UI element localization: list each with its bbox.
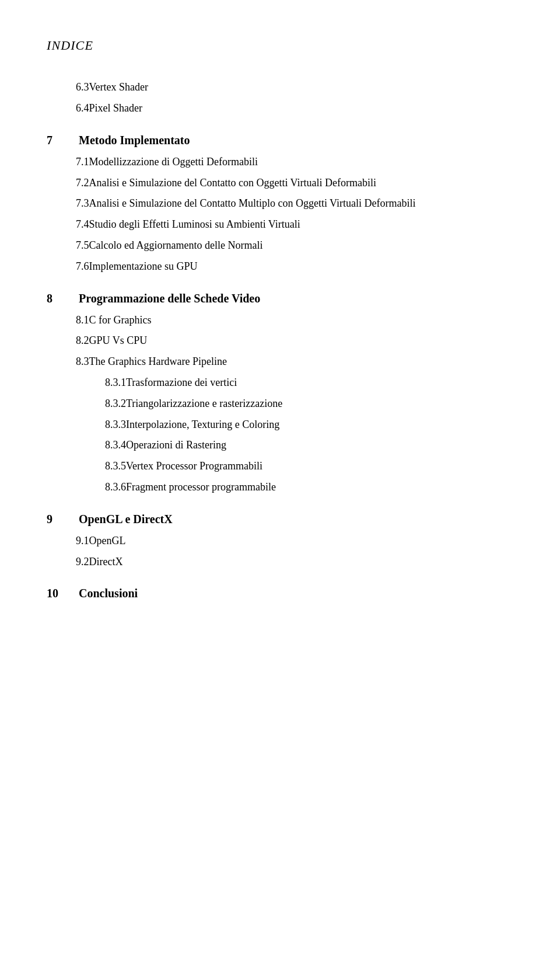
toc-entry-7-2: 7.2 Analisi e Simulazione del Contatto c…	[47, 175, 513, 192]
entry-text-8-3-4: Operazioni di Rastering	[126, 437, 226, 454]
entry-text-9-2: DirectX	[89, 553, 123, 570]
entry-text-8-3: The Graphics Hardware Pipeline	[89, 353, 227, 370]
toc-entry-7-5: 7.5 Calcolo ed Aggiornamento delle Norma…	[47, 237, 513, 254]
entry-text-7-6: Implementazione su GPU	[89, 258, 198, 275]
entry-number-6-4: 6.4	[47, 100, 89, 117]
entry-text-7-4: Studio degli Effetti Luminosi su Ambient…	[89, 216, 300, 233]
entry-text-9-1: OpenGL	[89, 532, 126, 549]
entry-text-6-4: Pixel Shader	[89, 100, 143, 117]
toc-entry-8-3-5: 8.3.5 Vertex Processor Programmabili	[47, 458, 513, 475]
entry-text-9: OpenGL e DirectX	[79, 510, 173, 528]
entry-number-6-3: 6.3	[47, 79, 89, 96]
toc-entry-7: 7 Metodo Implementato	[47, 131, 513, 149]
entry-number-7-4: 7.4	[47, 216, 89, 233]
toc-entry-8-3-2: 8.3.2 Triangolarizzazione e rasterizzazi…	[47, 395, 513, 412]
entry-number-8-3: 8.3	[47, 353, 89, 370]
entry-number-8-3-5: 8.3.5	[47, 458, 126, 475]
entry-text-7-2: Analisi e Simulazione del Contatto con O…	[89, 175, 377, 192]
entry-text-8-3-2: Triangolarizzazione e rasterizzazione	[126, 395, 282, 412]
toc-entry-9-1: 9.1 OpenGL	[47, 532, 513, 549]
entry-number-9-1: 9.1	[47, 532, 89, 549]
entry-number-10: 10	[47, 584, 79, 603]
entry-number-7-2: 7.2	[47, 175, 89, 192]
toc-entry-9-2: 9.2 DirectX	[47, 553, 513, 570]
entry-text-8-3-5: Vertex Processor Programmabili	[126, 458, 262, 475]
entry-text-8-3-1: Trasformazione dei vertici	[126, 374, 237, 391]
page-title: INDICE	[47, 35, 513, 55]
entry-number-8-3-6: 8.3.6	[47, 479, 126, 496]
entry-number-7-1: 7.1	[47, 154, 89, 170]
entry-number-9: 9	[47, 510, 79, 528]
toc-entry-10: 10 Conclusioni	[47, 584, 513, 603]
toc-entry-8-3-6: 8.3.6 Fragment processor programmabile	[47, 479, 513, 496]
toc-entry-8-1: 8.1 C for Graphics	[47, 312, 513, 329]
entry-text-8-2: GPU Vs CPU	[89, 332, 148, 349]
entry-number-8-2: 8.2	[47, 332, 89, 349]
entry-number-9-2: 9.2	[47, 553, 89, 570]
entry-number-8-3-3: 8.3.3	[47, 416, 126, 433]
entry-text-10: Conclusioni	[79, 584, 138, 603]
toc-entry-7-6: 7.6 Implementazione su GPU	[47, 258, 513, 275]
entry-number-7: 7	[47, 131, 79, 149]
entry-text-7-3: Analisi e Simulazione del Contatto Multi…	[89, 195, 416, 212]
entry-text-8-3-6: Fragment processor programmabile	[126, 479, 276, 496]
toc-entry-8-3-3: 8.3.3 Interpolazione, Texturing e Colori…	[47, 416, 513, 433]
toc-container: 6.3 Vertex Shader 6.4 Pixel Shader 7 Met…	[47, 79, 513, 603]
toc-entry-8-2: 8.2 GPU Vs CPU	[47, 332, 513, 349]
toc-entry-7-3: 7.3 Analisi e Simulazione del Contatto M…	[47, 195, 513, 212]
toc-entry-6-4: 6.4 Pixel Shader	[47, 100, 513, 117]
entry-text-6-3: Vertex Shader	[89, 79, 148, 96]
toc-entry-8-3: 8.3 The Graphics Hardware Pipeline	[47, 353, 513, 370]
entry-text-7-1: Modellizzazione di Oggetti Deformabili	[89, 154, 258, 170]
entry-text-7: Metodo Implementato	[79, 131, 190, 149]
toc-entry-8-3-1: 8.3.1 Trasformazione dei vertici	[47, 374, 513, 391]
entry-text-8-3-3: Interpolazione, Texturing e Coloring	[126, 416, 279, 433]
toc-entry-8: 8 Programmazione delle Schede Video	[47, 289, 513, 308]
entry-number-8-3-1: 8.3.1	[47, 374, 126, 391]
entry-number-7-6: 7.6	[47, 258, 89, 275]
entry-text-7-5: Calcolo ed Aggiornamento delle Normali	[89, 237, 263, 254]
toc-entry-8-3-4: 8.3.4 Operazioni di Rastering	[47, 437, 513, 454]
toc-entry-7-4: 7.4 Studio degli Effetti Luminosi su Amb…	[47, 216, 513, 233]
entry-number-8-3-4: 8.3.4	[47, 437, 126, 454]
entry-text-8-1: C for Graphics	[89, 312, 152, 329]
entry-text-8: Programmazione delle Schede Video	[79, 289, 260, 308]
toc-entry-7-1: 7.1 Modellizzazione di Oggetti Deformabi…	[47, 154, 513, 170]
entry-number-8: 8	[47, 289, 79, 308]
entry-number-8-3-2: 8.3.2	[47, 395, 126, 412]
entry-number-7-5: 7.5	[47, 237, 89, 254]
toc-entry-6-3: 6.3 Vertex Shader	[47, 79, 513, 96]
entry-number-7-3: 7.3	[47, 195, 89, 212]
toc-entry-9: 9 OpenGL e DirectX	[47, 510, 513, 528]
entry-number-8-1: 8.1	[47, 312, 89, 329]
